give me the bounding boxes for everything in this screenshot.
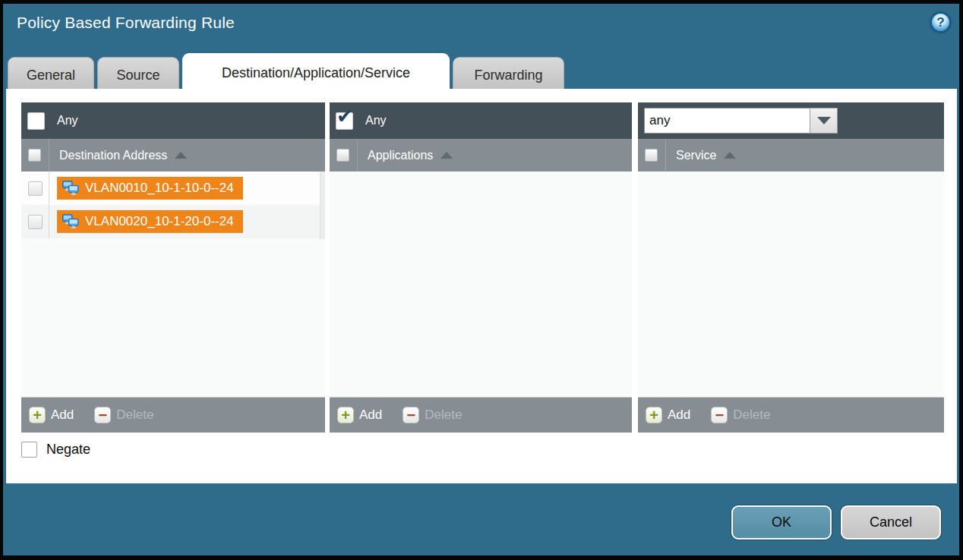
ok-button[interactable]: OK (731, 505, 832, 540)
policy-forwarding-dialog: Policy Based Forwarding Rule ? General S… (0, 0, 963, 560)
checkmark-icon: ✔ (336, 106, 353, 126)
sort-ascending-icon (724, 152, 736, 159)
destination-list: VLAN0010_10-1-10-0--24 (21, 171, 325, 397)
dropdown-button[interactable] (810, 108, 838, 134)
row-checkbox-cell (21, 205, 49, 238)
header-divider (357, 139, 358, 171)
service-list (638, 171, 944, 397)
minus-icon: − (94, 407, 111, 423)
row-checkbox[interactable] (28, 215, 43, 229)
destination-any-label: Any (57, 114, 78, 127)
address-object-label: VLAN0020_10-1-20-0--24 (85, 214, 234, 229)
applications-any-checkbox[interactable]: ✔ (336, 112, 353, 130)
service-type-combobox (644, 108, 838, 134)
delete-button[interactable]: − Delete (94, 407, 153, 423)
minus-icon: − (403, 407, 419, 423)
tab-content-panel: Any Destination Address (6, 89, 957, 483)
destination-any-checkbox[interactable] (27, 112, 45, 130)
tab-destination-application-service[interactable]: Destination/Application/Service (182, 53, 450, 93)
destination-header-label: Destination Address (59, 149, 167, 162)
applications-list (330, 171, 632, 397)
address-object-chip[interactable]: VLAN0010_10-1-10-0--24 (57, 177, 243, 200)
header-divider (665, 139, 666, 171)
service-type-input[interactable] (644, 108, 810, 134)
applications-column-header[interactable]: Applications (330, 139, 632, 171)
negate-checkbox[interactable] (21, 442, 37, 458)
service-toolbar: + Add − Delete (638, 397, 944, 433)
plus-icon: + (337, 407, 354, 423)
service-header-label: Service (676, 149, 716, 162)
row-checkbox-cell (21, 171, 49, 205)
tab-general[interactable]: General (8, 57, 94, 93)
cancel-button[interactable]: Cancel (841, 505, 941, 540)
service-dropdown-bar (638, 102, 944, 139)
address-object-icon (62, 214, 80, 229)
delete-button[interactable]: − Delete (403, 407, 462, 423)
delete-button-label: Delete (733, 407, 770, 423)
tab-source[interactable]: Source (97, 57, 179, 93)
applications-toolbar: + Add − Delete (330, 397, 632, 433)
help-icon[interactable]: ? (930, 12, 951, 33)
add-button[interactable]: + Add (29, 407, 74, 423)
header-divider (49, 139, 49, 171)
applications-panel: ✔ Any Applications + Add − Delete (330, 102, 632, 433)
plus-icon: + (646, 407, 662, 423)
chevron-down-icon (817, 117, 831, 124)
address-object-chip[interactable]: VLAN0020_10-1-20-0--24 (57, 210, 243, 233)
destination-address-panel: Any Destination Address (21, 102, 325, 433)
dialog-title: Policy Based Forwarding Rule (17, 14, 235, 32)
applications-header-label: Applications (368, 149, 433, 162)
add-button[interactable]: + Add (646, 407, 690, 423)
delete-button-label: Delete (425, 407, 462, 423)
table-row[interactable]: VLAN0010_10-1-10-0--24 (21, 171, 325, 205)
row-checkbox[interactable] (28, 181, 43, 196)
add-button[interactable]: + Add (337, 407, 382, 423)
applications-select-all-checkbox[interactable] (336, 149, 349, 162)
service-column-header[interactable]: Service (638, 139, 944, 171)
negate-label: Negate (46, 442, 90, 458)
dialog-buttons: OK Cancel (731, 505, 941, 540)
destination-toolbar: + Add − Delete (21, 397, 325, 433)
destination-column-header[interactable]: Destination Address (21, 139, 325, 171)
plus-icon: + (29, 407, 46, 423)
address-object-icon (62, 181, 80, 196)
negate-option: Negate (21, 442, 90, 458)
destination-any-bar: Any (21, 102, 325, 139)
scrollbar[interactable] (320, 171, 325, 239)
sort-ascending-icon (440, 152, 453, 159)
delete-button[interactable]: − Delete (711, 407, 770, 423)
service-panel: Service + Add − Delete (638, 102, 944, 433)
tab-bar: General Source Destination/Application/S… (8, 53, 564, 93)
applications-any-bar: ✔ Any (330, 102, 632, 139)
sort-ascending-icon (175, 152, 187, 159)
add-button-label: Add (668, 407, 690, 423)
minus-icon: − (711, 407, 728, 423)
applications-any-label: Any (365, 114, 387, 127)
add-button-label: Add (359, 407, 382, 423)
service-select-all-checkbox[interactable] (645, 149, 658, 162)
address-object-label: VLAN0010_10-1-10-0--24 (85, 181, 234, 196)
destination-select-all-checkbox[interactable] (28, 149, 41, 162)
tab-forwarding[interactable]: Forwarding (453, 57, 564, 93)
add-button-label: Add (51, 407, 74, 423)
table-row[interactable]: VLAN0020_10-1-20-0--24 (21, 205, 325, 238)
help-glyph: ? (936, 15, 944, 30)
delete-button-label: Delete (116, 407, 153, 423)
